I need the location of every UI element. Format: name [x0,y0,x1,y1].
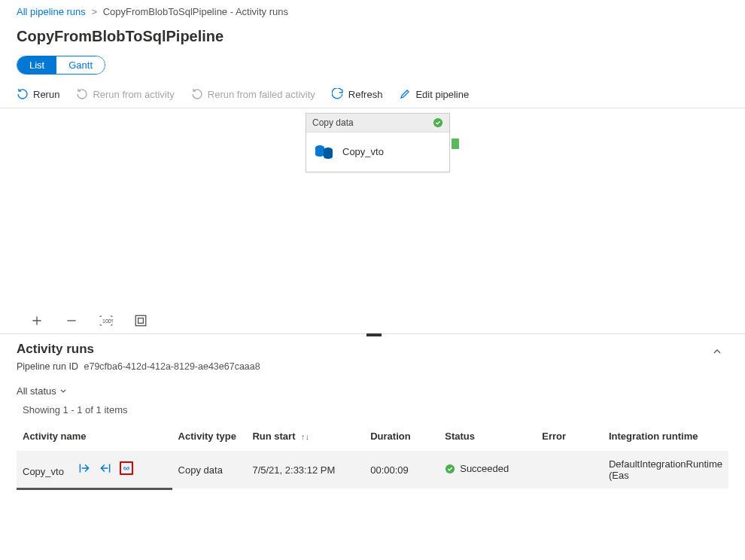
chevron-up-icon [712,346,722,357]
view-tab-gantt[interactable]: Gantt [56,56,105,74]
activity-name-text: Copy_vto [23,466,64,477]
table-row[interactable]: Copy_vto Copy data 7/5/21, 2:3 [17,451,728,488]
status-filter-label: All status [17,385,56,397]
col-activity-name[interactable]: Activity name [17,425,172,451]
cell-duration: 00:00:09 [364,451,439,488]
col-run-start-label: Run start [252,431,295,442]
success-check-icon [445,464,455,474]
run-details-button[interactable] [120,461,133,475]
edit-pipeline-button[interactable]: Edit pipeline [399,88,469,100]
run-id-value: e79cfba6-412d-412a-8129-ae43e67caaa8 [84,361,260,372]
col-error[interactable]: Error [536,425,603,451]
sort-arrows-icon: ↑↓ [301,432,309,441]
col-activity-type[interactable]: Activity type [172,425,247,451]
rerun-activity-icon [76,88,88,100]
activity-runs-heading: Activity runs [17,342,728,357]
activity-runs-table: Activity name Activity type Run start ↑↓… [17,425,728,490]
result-count: Showing 1 - 1 of 1 items [17,404,728,425]
status-filter-dropdown[interactable]: All status [17,385,67,397]
page-title: CopyFromBlobToSqlPipeline [0,20,745,56]
copy-data-icon [314,143,335,160]
activity-output-port[interactable] [452,138,459,149]
col-run-start[interactable]: Run start ↑↓ [246,425,364,451]
edit-pipeline-label: Edit pipeline [415,89,469,100]
activity-node-type-label: Copy data [312,117,354,128]
output-arrow-icon [99,461,112,475]
svg-rect-5 [138,318,144,324]
pipeline-run-id: Pipeline run ID e79cfba6-412d-412a-8129-… [17,361,728,372]
rerun-from-activity-button: Rerun from activity [76,88,174,100]
pipeline-canvas[interactable]: Copy data Copy_vto 100% [0,108,745,334]
rerun-label: Rerun [33,89,59,100]
view-toggle: List Gantt [17,56,105,75]
input-arrow-icon [78,461,91,475]
view-tab-list[interactable]: List [17,56,56,74]
svg-text:100%: 100% [102,318,113,324]
glasses-icon [123,464,130,472]
success-check-icon [433,117,443,128]
collapse-section-button[interactable] [712,346,722,359]
svg-rect-4 [135,315,146,326]
col-duration[interactable]: Duration [364,425,439,451]
breadcrumb-current: CopyFromBlobToSqlPipeline - Activity run… [103,6,288,17]
run-id-label: Pipeline run ID [17,361,78,372]
filter-bar: All status [17,382,728,404]
rerun-activity-label: Rerun from activity [93,89,174,100]
cell-status: Succeeded [439,451,536,488]
rerun-failed-button: Rerun from failed activity [191,88,315,100]
cell-run-start: 7/5/21, 2:33:12 PM [246,451,364,488]
zoom-out-icon[interactable] [65,314,78,327]
rerun-failed-icon [191,88,203,100]
breadcrumb-separator: > [91,6,97,17]
zoom-reset-icon[interactable]: 100% [99,314,113,327]
rerun-failed-label: Rerun from failed activity [208,89,315,100]
toolbar: Rerun Rerun from activity Rerun from fai… [0,84,745,108]
cell-activity-name: Copy_vto [17,451,172,488]
edit-icon [399,88,411,100]
cell-integration: DefaultIntegrationRuntime (Eas [603,451,728,488]
activity-runs-section: Activity runs Pipeline run ID e79cfba6-4… [0,334,745,490]
breadcrumb-root-link[interactable]: All pipeline runs [17,6,86,17]
refresh-button[interactable]: Refresh [332,88,383,100]
breadcrumb: All pipeline runs > CopyFromBlobToSqlPip… [0,0,745,20]
output-details-button[interactable] [99,461,112,475]
activity-node-header: Copy data [306,114,449,132]
cell-error [536,451,603,488]
col-integration[interactable]: Integration runtime [603,425,728,451]
col-status[interactable]: Status [439,425,536,451]
canvas-zoom-tools: 100% [30,314,147,327]
activity-node-name: Copy_vto [342,146,384,157]
rerun-button[interactable]: Rerun [17,88,59,100]
zoom-in-icon[interactable] [30,314,44,327]
row-actions [78,461,133,475]
status-text: Succeeded [460,463,509,474]
rerun-icon [17,88,29,100]
cell-activity-type: Copy data [172,451,247,488]
activity-node-body: Copy_vto [306,132,449,172]
refresh-icon [332,88,344,100]
activity-node-copy-data[interactable]: Copy data Copy_vto [306,113,450,172]
zoom-fit-icon[interactable] [134,314,147,327]
chevron-down-icon [59,388,67,395]
refresh-label: Refresh [348,89,383,100]
input-details-button[interactable] [78,461,91,475]
